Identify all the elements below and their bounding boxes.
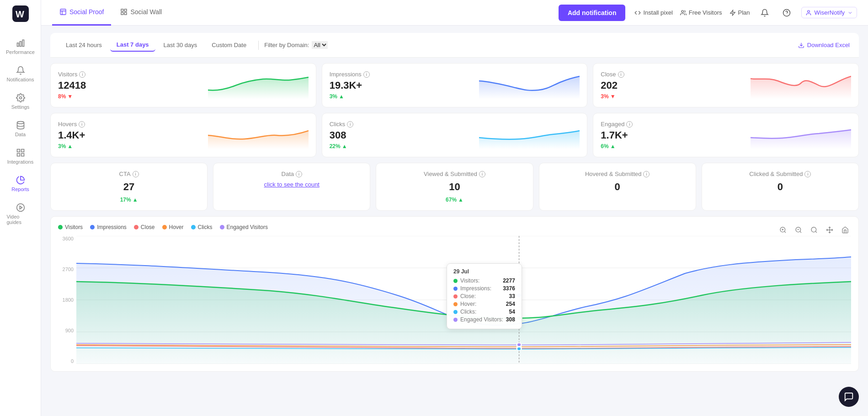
- sidebar-item-integrations[interactable]: Integrations: [3, 144, 38, 169]
- filter-domain: Filter by Domain: All: [264, 41, 328, 49]
- hovers-info-icon[interactable]: i: [79, 121, 85, 128]
- topnav-actions: Install pixel Free Visitors Plan WiserNo…: [634, 5, 857, 20]
- svg-point-5: [19, 97, 21, 99]
- svg-point-22: [807, 10, 809, 12]
- hovered-submitted-info-icon[interactable]: i: [643, 171, 650, 177]
- svg-rect-4: [22, 40, 24, 46]
- visitors-info-icon[interactable]: i: [79, 71, 85, 78]
- domain-select[interactable]: All: [312, 41, 328, 49]
- svg-text:W: W: [16, 9, 24, 19]
- engaged-trend-icon: ▲: [610, 143, 616, 149]
- svg-point-40: [517, 293, 522, 298]
- legend-item-impressions: Impressions: [90, 224, 127, 230]
- chat-bubble-button[interactable]: [839, 387, 859, 407]
- data-label: Data: [282, 171, 294, 177]
- tab-social-proof[interactable]: Social Proof: [52, 0, 111, 26]
- sidebar-item-reports-label: Reports: [11, 187, 29, 192]
- svg-rect-15: [125, 9, 127, 11]
- svg-point-11: [16, 204, 24, 212]
- stats-row-1: Visitors i 12418 8% ▼: [50, 63, 859, 107]
- sidebar: W Performance Notifications Settings Dat…: [0, 0, 41, 416]
- app-logo: W: [12, 5, 29, 25]
- chart-pan-icon[interactable]: [824, 224, 836, 236]
- data-link[interactable]: click to see the count: [264, 181, 320, 188]
- svg-line-25: [784, 231, 786, 233]
- svg-point-18: [682, 10, 684, 12]
- viewed-submitted-info-icon[interactable]: i: [479, 171, 485, 177]
- close-trend-icon: ▼: [610, 93, 616, 100]
- visitors-change: 8% ▼: [58, 93, 86, 100]
- svg-rect-16: [121, 12, 123, 15]
- filter-tab-24h[interactable]: Last 24 hours: [59, 39, 108, 51]
- main-chart-container: VisitorsImpressionsCloseHoverClicksEngag…: [50, 216, 859, 372]
- svg-rect-14: [121, 9, 123, 11]
- viewed-submitted-label: Viewed & Submitted: [424, 171, 477, 177]
- close-info-icon[interactable]: i: [618, 71, 624, 78]
- svg-rect-10: [21, 154, 24, 156]
- notifications-icon-button[interactable]: [757, 5, 772, 20]
- clicked-submitted-label: Clicked & Submitted: [749, 171, 803, 177]
- data-info-icon[interactable]: i: [296, 171, 302, 177]
- bottom-stat-data: Data i click to see the count: [213, 163, 370, 211]
- svg-line-29: [800, 231, 801, 233]
- svg-line-32: [815, 231, 817, 233]
- cta-info-icon[interactable]: i: [133, 171, 139, 177]
- visitors-label: Visitors: [58, 71, 77, 78]
- sidebar-item-notifications[interactable]: Notifications: [3, 61, 38, 87]
- impressions-info-icon[interactable]: i: [363, 71, 370, 78]
- chart-reset-icon[interactable]: [839, 224, 851, 236]
- filter-tab-7d[interactable]: Last 7 days: [110, 38, 155, 52]
- bottom-stat-cta: CTA i 27 17% ▲: [50, 163, 208, 211]
- svg-rect-13: [60, 9, 66, 15]
- legend-item-visitors: Visitors: [58, 224, 83, 230]
- sidebar-item-settings[interactable]: Settings: [3, 89, 38, 114]
- sidebar-item-video-guides[interactable]: Video guides: [3, 198, 38, 229]
- sidebar-item-data[interactable]: Data: [3, 116, 38, 142]
- user-badge[interactable]: WiserNotify: [801, 7, 857, 18]
- cta-change: 17% ▲: [120, 197, 138, 203]
- engaged-value: 1.7K+: [601, 129, 633, 141]
- stat-clicks: Clicks i 308 22% ▲: [322, 113, 588, 157]
- hovers-value: 1.4K+: [58, 129, 85, 141]
- svg-point-44: [517, 343, 522, 347]
- clicks-change: 22% ▲: [330, 143, 354, 149]
- free-visitors-action[interactable]: Free Visitors: [680, 9, 722, 16]
- sidebar-item-settings-label: Settings: [11, 104, 30, 110]
- svg-rect-17: [125, 12, 127, 15]
- tab-social-wall[interactable]: Social Wall: [113, 0, 169, 26]
- clicked-submitted-info-icon[interactable]: i: [804, 171, 811, 177]
- cta-value: 27: [123, 181, 134, 193]
- viewed-submitted-value: 10: [449, 181, 460, 193]
- cta-label: CTA: [119, 171, 131, 177]
- sidebar-item-reports[interactable]: Reports: [3, 171, 38, 197]
- chart-zoom-out-icon[interactable]: [793, 224, 804, 236]
- svg-point-39: [517, 316, 522, 320]
- engaged-info-icon[interactable]: i: [626, 121, 633, 128]
- svg-marker-19: [730, 10, 735, 16]
- sidebar-item-performance[interactable]: Performance: [3, 34, 38, 59]
- svg-rect-2: [17, 43, 18, 47]
- bottom-stat-clicked-submitted: Clicked & Submitted i 0: [702, 163, 859, 211]
- download-excel-button[interactable]: Download Excel: [798, 42, 850, 48]
- top-navigation: Social Proof Social Wall Add notificatio…: [41, 0, 868, 26]
- engaged-label: Engaged: [601, 121, 624, 128]
- add-notification-button[interactable]: Add notification: [559, 5, 626, 21]
- chart-zoom-in-icon[interactable]: [777, 224, 789, 236]
- help-icon-button[interactable]: [779, 5, 794, 20]
- hovers-chart: [208, 122, 309, 149]
- clicked-submitted-value: 0: [777, 181, 783, 193]
- chart-search-icon[interactable]: [808, 224, 820, 236]
- install-pixel-action[interactable]: Install pixel: [634, 9, 672, 16]
- stat-hovers: Hovers i 1.4K+ 3% ▲: [50, 113, 316, 157]
- filter-tab-30d[interactable]: Last 30 days: [157, 39, 204, 51]
- clicks-info-icon[interactable]: i: [347, 121, 353, 128]
- plan-action[interactable]: Plan: [730, 9, 750, 16]
- stat-close: Close i 202 3% ▼: [593, 63, 859, 107]
- hovers-trend-icon: ▲: [67, 143, 73, 149]
- filter-tab-custom[interactable]: Custom Date: [205, 39, 253, 51]
- stats-row-2: Hovers i 1.4K+ 3% ▲: [50, 113, 859, 157]
- visitors-chart: [208, 72, 309, 99]
- svg-rect-3: [20, 42, 21, 47]
- engaged-chart: [751, 122, 851, 149]
- legend-item-engaged-visitors: Engaged Visitors: [220, 224, 268, 230]
